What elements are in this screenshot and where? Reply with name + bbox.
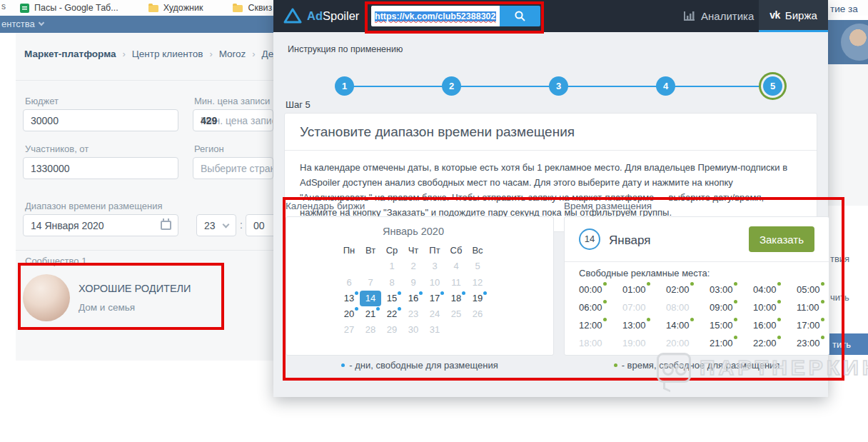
adspoiler-logo[interactable]: AdSpoiler [283,7,359,24]
step-1[interactable]: 1 [335,76,354,96]
time-slot[interactable]: 02:00 [666,283,710,301]
divider [16,250,273,251]
calendar-day[interactable]: 14 [360,291,381,306]
nav-item-analytics[interactable]: Аналитика [684,0,754,32]
step-2[interactable]: 2 [442,76,461,96]
bookmark-item[interactable]: Художник [148,3,203,13]
vk-menu-item[interactable]: ентства [1,19,44,29]
time-slot[interactable]: 16:00 [753,318,797,336]
budget-input[interactable] [23,109,178,131]
time-slot[interactable]: 15:00 [710,318,753,336]
partial-text: твия [830,253,849,264]
step-5[interactable]: 5 [763,76,782,96]
search-group: https://vk.com/club52388302 [371,6,540,26]
time-slot[interactable]: 13:00 [622,318,666,336]
date-input[interactable]: 14 Января 2020 [23,214,178,236]
weekday-header: Сб [445,243,467,258]
calendar-day[interactable]: 20 [338,306,360,322]
calendar-day[interactable]: 21 [360,306,381,322]
free-time-dot-icon [821,336,824,339]
time-slot[interactable]: 00:00 [579,283,622,301]
calendar-day[interactable]: 13 [338,291,360,306]
region-select[interactable]: Выберите стран [193,157,273,179]
partial-bookmark[interactable]: s [1,1,6,11]
search-button[interactable] [500,6,540,26]
slot-time: 01:00 [622,284,646,295]
step-label: Шаг 5 [286,99,311,110]
time-slot[interactable]: 21:00 [710,336,753,354]
breadcrumb-item[interactable]: Центр клиентов [132,49,203,59]
time-slot[interactable]: 04:00 [753,283,797,301]
breadcrumb-item[interactable]: Moroz [219,49,246,59]
breadcrumb-separator: › [122,49,125,59]
calendar-section-label: Календарь биржи [286,201,365,211]
calendar-day[interactable]: 22 [381,306,403,322]
calendar-day: 2 [403,258,424,274]
time-slot[interactable]: 09:00 [710,301,753,318]
time-slot[interactable]: 01:00 [622,283,666,301]
calendar-day[interactable]: 15 [381,291,403,306]
user-avatar[interactable] [841,24,868,61]
calendar-day[interactable]: 18 [445,291,467,306]
community-avatar[interactable] [23,274,70,321]
calendar-day: 31 [424,322,445,338]
calendar-day: 11 [445,275,467,291]
time-slot[interactable]: 05:00 [797,283,840,301]
search-input[interactable]: https://vk.com/club52388302 [371,6,500,26]
vk-header-bar: ентства [0,16,273,33]
bookmark-item[interactable]: Сквиз [233,3,272,13]
members-label: Участников, от [25,144,89,154]
bookmark-item[interactable]: Пасы - Google Таб... [20,3,118,13]
time-legend: - время, свободное для размещения [564,360,829,371]
slot-time: 06:00 [579,302,602,313]
calendar-day: 7 [360,275,381,291]
vk-menu-label: ентства [1,19,35,29]
calendar-legend: - дни, свободные для размещения [286,360,554,371]
slot-time: 00:00 [579,284,602,295]
time-slot[interactable]: 14:00 [666,318,710,336]
step-3[interactable]: 3 [549,76,568,96]
selected-day-badge: 14 [579,228,600,250]
breadcrumb-separator: › [252,49,255,59]
calendar-day[interactable]: 16 [403,291,424,306]
breadcrumb-item[interactable]: Маркет-платформа [24,49,116,59]
time-slot: 08:00 [666,301,710,318]
slot-time: 21:00 [710,338,733,348]
calendar-day: 25 [445,306,467,322]
free-time-dot-icon [734,300,737,303]
time-slot[interactable]: 10:00 [753,301,797,318]
time-slot[interactable]: 17:00 [797,318,840,336]
free-time-dot-icon [603,318,607,321]
slot-time: 16:00 [753,320,777,331]
calendar-day[interactable]: 19 [467,291,488,306]
time-slot[interactable]: 12:00 [579,318,622,336]
slot-time: 14:00 [666,320,690,331]
calendar-day: 23 [403,306,424,322]
adspoiler-header: AdSpoiler https://vk.com/club52388302 Ан… [273,0,828,32]
minute-select[interactable]: 00 [246,214,273,236]
panel-title: Установите диапазон времени размещения [285,114,817,151]
breadcrumb-item[interactable]: Дед [262,49,273,59]
calendar-month-title: Январь 2020 [338,226,488,237]
step-4[interactable]: 4 [656,76,675,96]
hour-select[interactable]: 23 [196,214,236,236]
calendar-day: 28 [360,322,381,338]
min-price-input[interactable]: Мин. цена запис 429 [193,109,273,131]
order-button[interactable]: Заказать [749,226,814,252]
nav-tab-birzha[interactable]: Биржа [759,0,828,32]
calendar-day: 4 [445,258,467,274]
calendar-day: 6 [338,275,360,291]
community-name[interactable]: ХОРОШИЕ РОДИТЕЛИ [79,283,191,294]
time-slot[interactable]: 23:00 [797,336,840,354]
chevron-down-icon [38,20,44,26]
time-slot[interactable]: 22:00 [753,336,797,354]
calendar-day[interactable]: 17 [424,291,445,306]
time-slot[interactable]: 11:00 [797,301,840,318]
slot-time: 03:00 [710,284,733,295]
time-slot[interactable]: 06:00 [579,301,622,318]
time-slot[interactable]: 03:00 [710,283,753,301]
slot-time: 15:00 [710,320,733,331]
members-input[interactable] [23,157,178,179]
free-slots-label: Свободные рекламные места: [579,268,710,278]
exchange-calendar: Январь 2020 ПнВтСрЧтПтСбВс12345678910111… [286,216,554,356]
